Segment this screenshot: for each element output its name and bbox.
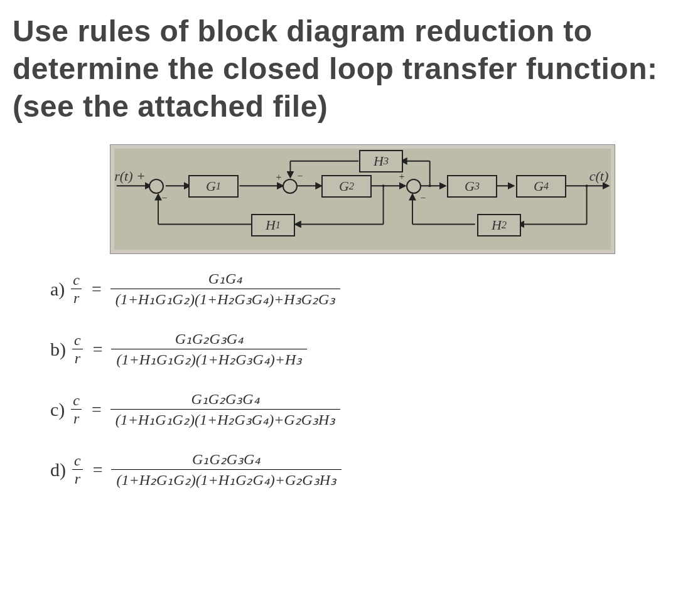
option-expression: G₁G₂G₃G₄ (1+H₂G₁G₂)(1+H₁G₂G₄)+G₂G₃H₃ — [111, 450, 342, 489]
output-label: c(t) — [589, 168, 609, 184]
svg-point-21 — [429, 184, 431, 187]
option-letter: a) — [50, 279, 65, 300]
block-diagram: r(t) + c(t) − G1 + − G2 + − G3 G4 H3 H1 … — [110, 144, 615, 254]
block-h3: H3 — [359, 150, 403, 173]
ratio-cr: c r — [72, 332, 83, 366]
block-h1: H1 — [251, 214, 295, 236]
option-expression: G₁G₂G₃G₄ (1+H₁G₁G₂)(1+H₂G₃G₄)+G₂G₃H₃ — [110, 390, 341, 428]
svg-point-20 — [382, 184, 385, 187]
option-letter: d) — [50, 459, 66, 481]
block-g1: G1 — [188, 175, 239, 198]
equals-sign: = — [92, 400, 102, 420]
sum2-plus: + — [276, 172, 281, 183]
answer-options: a) c r = G₁G₄ (1+H₁G₁G₂)(1+H₂G₃G₄)+H₃G₂G… — [50, 270, 665, 489]
block-g3: G3 — [447, 175, 497, 198]
option-expression: G₁G₄ (1+H₁G₁G₂)(1+H₂G₃G₄)+H₃G₂G₃ — [110, 270, 341, 308]
option-letter: b) — [50, 339, 66, 360]
block-h2: H2 — [477, 214, 521, 236]
equals-sign: = — [93, 339, 103, 359]
sum2-minus: − — [297, 171, 303, 182]
option-b: b) c r = G₁G₂G₃G₄ (1+H₁G₁G₂)(1+H₂G₃G₄)+H… — [50, 330, 665, 368]
option-letter: c) — [50, 399, 65, 420]
ratio-cr: c r — [72, 453, 83, 486]
option-a: a) c r = G₁G₄ (1+H₁G₁G₂)(1+H₂G₃G₄)+H₃G₂G… — [50, 270, 665, 308]
summing-junction-2 — [282, 179, 298, 194]
block-g2: G2 — [321, 175, 372, 198]
block-g4: G4 — [516, 175, 566, 198]
sum3-plus: + — [399, 171, 404, 183]
equals-sign: = — [93, 460, 103, 480]
sum3-minus: − — [420, 193, 426, 204]
summing-junction-3 — [406, 179, 421, 194]
option-c: c) c r = G₁G₂G₃G₄ (1+H₁G₁G₂)(1+H₂G₃G₄)+G… — [50, 390, 665, 428]
option-expression: G₁G₂G₃G₄ (1+H₁G₁G₂)(1+H₂G₃G₄)+H₃ — [111, 330, 307, 368]
svg-point-22 — [586, 184, 588, 187]
input-label: r(t) + — [114, 168, 146, 184]
sum1-minus: − — [161, 193, 167, 204]
summing-junction-1 — [149, 179, 164, 194]
ratio-cr: c r — [71, 393, 82, 426]
question-text: Use rules of block diagram reduction to … — [13, 13, 665, 125]
option-d: d) c r = G₁G₂G₃G₄ (1+H₂G₁G₂)(1+H₁G₂G₄)+G… — [50, 450, 665, 489]
ratio-cr: c r — [71, 272, 82, 305]
equals-sign: = — [92, 279, 102, 299]
